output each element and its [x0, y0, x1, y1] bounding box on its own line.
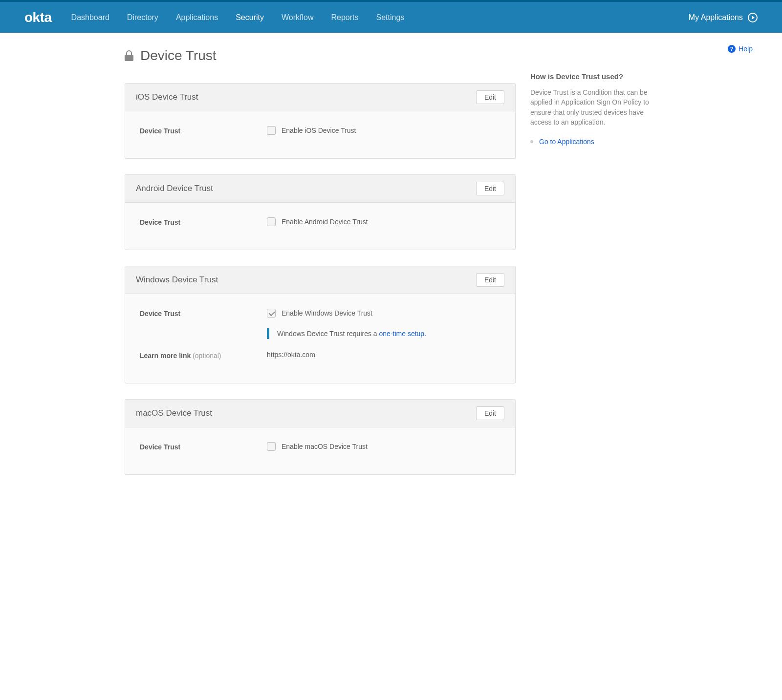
go-to-applications-link[interactable]: Go to Applications	[539, 138, 594, 146]
info-box: Windows Device Trust requires a one-time…	[267, 328, 500, 339]
checkbox-label: Enable iOS Device Trust	[282, 127, 356, 134]
info-text: Windows Device Trust requires a	[277, 330, 379, 338]
lock-icon	[125, 50, 133, 61]
android-device-trust-card: Android Device Trust Edit Device Trust E…	[125, 174, 516, 250]
enable-ios-checkbox[interactable]	[267, 126, 276, 135]
field-label: Device Trust	[140, 126, 267, 135]
checkbox-label: Enable Android Device Trust	[282, 218, 368, 226]
card-title: iOS Device Trust	[136, 92, 198, 102]
card-title: Android Device Trust	[136, 184, 213, 193]
top-nav: okta Dashboard Directory Applications Se…	[0, 2, 782, 33]
windows-device-trust-card: Windows Device Trust Edit Device Trust E…	[125, 266, 516, 383]
optional-text: (optional)	[193, 352, 221, 360]
nav-security[interactable]: Security	[236, 13, 264, 22]
sidebar-body: Device Trust is a Condition that can be …	[530, 87, 657, 127]
checkbox-label: Enable macOS Device Trust	[282, 443, 368, 450]
field-label: Device Trust	[140, 442, 267, 451]
learn-more-value: https://okta.com	[267, 351, 500, 359]
nav-settings[interactable]: Settings	[376, 13, 404, 22]
one-time-setup-link[interactable]: one-time setup.	[379, 330, 427, 338]
nav-workflow[interactable]: Workflow	[282, 13, 314, 22]
help-icon: ?	[728, 45, 736, 53]
nav-applications[interactable]: Applications	[176, 13, 218, 22]
enable-macos-checkbox[interactable]	[267, 442, 276, 451]
field-label: Device Trust	[140, 309, 267, 318]
arrow-right-icon	[748, 13, 758, 22]
enable-windows-checkbox[interactable]	[267, 309, 276, 318]
sidebar-heading: How is Device Trust used?	[530, 72, 657, 81]
learn-more-label: Learn more link (optional)	[140, 351, 267, 360]
my-applications-link[interactable]: My Applications	[689, 13, 758, 22]
edit-button[interactable]: Edit	[476, 182, 504, 195]
nav: Dashboard Directory Applications Securit…	[71, 13, 689, 22]
page-title-text: Device Trust	[140, 48, 217, 64]
edit-button[interactable]: Edit	[476, 406, 504, 420]
help-label: Help	[739, 45, 753, 53]
bullet-icon	[530, 140, 533, 143]
my-applications-label: My Applications	[689, 13, 743, 22]
enable-android-checkbox[interactable]	[267, 217, 276, 226]
card-title: macOS Device Trust	[136, 408, 212, 418]
edit-button[interactable]: Edit	[476, 273, 504, 287]
nav-directory[interactable]: Directory	[127, 13, 158, 22]
help-link[interactable]: ? Help	[728, 45, 753, 53]
logo: okta	[24, 10, 52, 25]
edit-button[interactable]: Edit	[476, 90, 504, 104]
checkbox-label: Enable Windows Device Trust	[282, 309, 372, 317]
macos-device-trust-card: macOS Device Trust Edit Device Trust Ena…	[125, 399, 516, 475]
ios-device-trust-card: iOS Device Trust Edit Device Trust Enabl…	[125, 83, 516, 159]
page-title: Device Trust	[125, 48, 217, 64]
nav-reports[interactable]: Reports	[331, 13, 358, 22]
learn-more-label-text: Learn more link	[140, 352, 193, 360]
field-label: Device Trust	[140, 217, 267, 226]
nav-dashboard[interactable]: Dashboard	[71, 13, 109, 22]
card-title: Windows Device Trust	[136, 275, 218, 285]
